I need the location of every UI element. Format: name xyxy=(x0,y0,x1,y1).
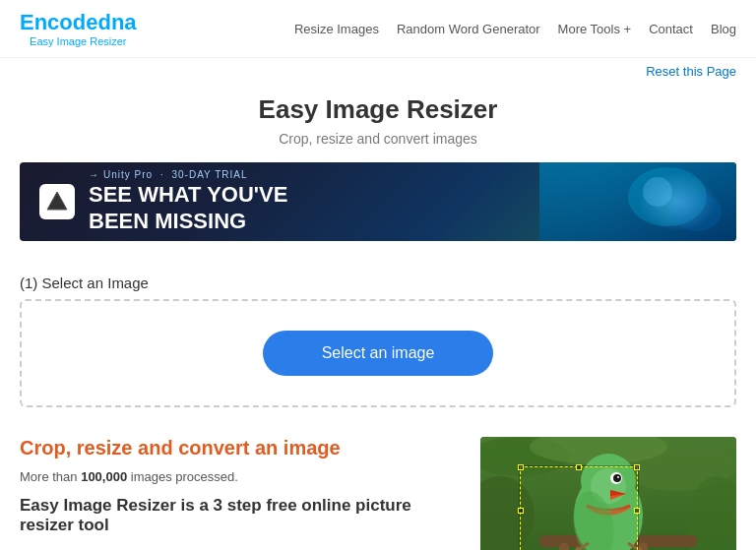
parrot-image: Activate W Go to PC sett... xyxy=(480,437,736,550)
upload-dropzone[interactable]: Select an image xyxy=(20,299,736,407)
crop-handle-ml[interactable] xyxy=(518,508,524,514)
nav-blog[interactable]: Blog xyxy=(711,22,736,36)
processed-text: More than 100,000 images processed. xyxy=(20,469,461,484)
nav-more-tools[interactable]: More Tools + xyxy=(558,22,632,36)
reset-link[interactable]: Reset this Page xyxy=(646,64,736,79)
crop-handle-mr[interactable] xyxy=(634,508,640,514)
description-text: The Easy Image Resizer is a 3 step free … xyxy=(20,545,461,550)
svg-point-3 xyxy=(643,177,672,207)
ad-banner[interactable]: Unity Pro · 30-DAY TRIAL SEE WHAT YOU'VE… xyxy=(20,162,736,241)
logo-text: Encodedna xyxy=(20,10,137,35)
banner-text: Unity Pro · 30-DAY TRIAL SEE WHAT YOU'VE… xyxy=(89,169,287,234)
content-left: Crop, resize and convert an image More t… xyxy=(20,437,461,550)
select-image-button[interactable]: Select an image xyxy=(263,331,494,376)
crop-handle-tl[interactable] xyxy=(518,464,524,470)
unity-logo xyxy=(39,184,75,219)
page-subtitle: Crop, resize and convert images xyxy=(0,131,756,147)
crop-handle-tr[interactable] xyxy=(634,464,640,470)
content-section: Crop, resize and convert an image More t… xyxy=(0,427,756,550)
header: Encodedna Easy Image Resizer Resize Imag… xyxy=(0,0,756,58)
logo-encode: Encode xyxy=(20,10,97,34)
svg-point-4 xyxy=(672,192,722,231)
section-title: Crop, resize and convert an image xyxy=(20,437,461,459)
svg-point-2 xyxy=(628,167,707,226)
nav-contact[interactable]: Contact xyxy=(649,22,693,36)
crop-handle-tm[interactable] xyxy=(576,464,582,470)
sub-title: Easy Image Resizer is a 3 step free onli… xyxy=(20,496,461,535)
step-label: (1) Select an Image xyxy=(0,261,756,299)
nav-random-word[interactable]: Random Word Generator xyxy=(397,22,540,36)
logo-dna: dna xyxy=(97,10,136,34)
main-nav: Resize Images Random Word Generator More… xyxy=(294,22,736,36)
banner-headline: SEE WHAT YOU'VE BEEN MISSING xyxy=(89,182,287,234)
hero-section: Easy Image Resizer Crop, resize and conv… xyxy=(0,85,756,162)
processed-count: 100,000 xyxy=(81,469,127,484)
banner-trial: Unity Pro · 30-DAY TRIAL xyxy=(89,169,287,180)
logo-subtitle: Easy Image Resizer xyxy=(20,35,137,47)
banner-image xyxy=(539,162,736,241)
nav-resize-images[interactable]: Resize Images xyxy=(294,22,379,36)
page-title: Easy Image Resizer xyxy=(0,94,756,125)
content-right: Activate W Go to PC sett... xyxy=(480,437,736,550)
logo: Encodedna Easy Image Resizer xyxy=(20,10,137,47)
crop-selection xyxy=(520,466,638,550)
svg-marker-0 xyxy=(47,192,67,210)
reset-bar: Reset this Page xyxy=(0,58,756,85)
